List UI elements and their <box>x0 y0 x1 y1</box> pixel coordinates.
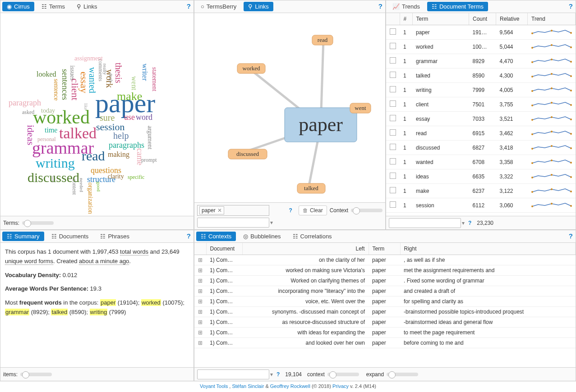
tab-bubblelines[interactable]: ◎Bubblelines <box>239 232 285 241</box>
table-row[interactable]: ⊞ 1) Com…Worked on clarifying themes ofp… <box>194 276 576 286</box>
table-row[interactable]: ⊞ 1) Com…incorporating more "literacy" i… <box>194 286 576 296</box>
cloud-word[interactable]: time <box>45 127 57 134</box>
table-row[interactable]: ⊞ 1) Com…as resource-discussed structure… <box>194 317 576 328</box>
cloud-word[interactable]: looked <box>37 71 56 78</box>
link-rockwell[interactable]: Geoffrey Rockwell <box>270 383 310 389</box>
cloud-word[interactable]: sure <box>100 113 115 122</box>
expand-icon[interactable]: ⊞ <box>194 276 206 286</box>
help-icon[interactable]: ? <box>187 2 191 10</box>
cloud-word[interactable]: statement <box>151 67 157 91</box>
table-row[interactable]: 1paper191…9,564 <box>386 25 576 40</box>
cloud-word[interactable]: asked <box>22 109 34 115</box>
cloud-word[interactable]: today <box>41 108 55 114</box>
freq-word[interactable]: worked <box>141 299 161 306</box>
tab-documents[interactable]: ☷Documents <box>47 232 93 241</box>
checkbox[interactable] <box>390 72 396 78</box>
table-row[interactable]: ⊞ 1) Com…and looked over her ownpaperbef… <box>194 338 576 348</box>
tab-links[interactable]: ⚲Links <box>72 2 101 11</box>
link-privacy[interactable]: Privacy <box>332 383 349 389</box>
checkbox[interactable] <box>390 115 396 121</box>
expand-icon[interactable]: ⊞ <box>194 286 206 296</box>
tab-termsberry[interactable]: ○TermsBerry <box>196 2 241 11</box>
cloud-word[interactable]: use <box>124 113 135 121</box>
tab-trends[interactable]: 📈Trends <box>388 2 424 11</box>
checkbox[interactable] <box>390 129 396 136</box>
table-row[interactable]: 1wanted67083,358 <box>386 155 576 169</box>
table-row[interactable]: 1talked85904,300 <box>386 68 576 83</box>
cloud-word[interactable]: issues <box>69 65 75 80</box>
link-sinclair[interactable]: Stéfan Sinclair <box>232 383 264 389</box>
cloud-word[interactable]: writer <box>141 64 148 81</box>
cloud-word[interactable]: talked <box>59 126 97 141</box>
tab-links[interactable]: ⚲Links <box>244 2 273 11</box>
cloud-word[interactable]: read <box>82 149 105 163</box>
context-slider[interactable] <box>351 209 382 212</box>
table-row[interactable]: 1read69153,462 <box>386 126 576 141</box>
help-icon[interactable]: ? <box>276 371 280 378</box>
table-row[interactable]: 1writing79994,005 <box>386 83 576 97</box>
expand-icon[interactable]: ⊞ <box>194 265 206 276</box>
cloud-word[interactable]: thesis <box>114 63 123 83</box>
cloud-word[interactable]: personal <box>37 137 56 142</box>
table-row[interactable]: ⊞ 1) Com…worked on making sure Victoria'… <box>194 265 576 276</box>
table-row[interactable]: 1grammar89294,470 <box>386 54 576 68</box>
cloud-word[interactable]: comments <box>98 59 103 81</box>
cloud-word[interactable]: content <box>72 179 77 195</box>
cloud-word[interactable]: word <box>136 113 152 121</box>
help-icon[interactable]: ? <box>378 2 382 10</box>
table-row[interactable]: 1essay70333,521 <box>386 112 576 126</box>
table-row[interactable]: 1make62373,122 <box>386 184 576 198</box>
word-cloud[interactable]: paperworkedgrammartalkedwritingdiscussed… <box>0 13 194 202</box>
cloud-word[interactable]: ideas <box>26 125 36 145</box>
table-row[interactable]: ⊞ 1) Com…on the clarity of herpaper, as … <box>194 255 576 265</box>
checkbox[interactable] <box>390 100 396 107</box>
cloud-word[interactable]: make <box>117 91 142 102</box>
table-row[interactable]: 1discussed68273,418 <box>386 141 576 155</box>
cloud-word[interactable]: sentences <box>61 69 69 100</box>
checkbox[interactable] <box>390 86 396 92</box>
help-icon[interactable]: ? <box>468 220 471 226</box>
tab-correlations[interactable]: ☷Correlations <box>288 232 336 241</box>
items-slider[interactable] <box>20 373 52 376</box>
cloud-word[interactable]: good <box>96 182 101 191</box>
expand-icon[interactable]: ⊞ <box>194 255 206 265</box>
checkbox[interactable] <box>390 187 396 193</box>
cloud-word[interactable]: went <box>130 76 138 90</box>
close-icon[interactable]: ✕ <box>217 207 222 214</box>
cloud-word[interactable]: prompt <box>141 157 157 163</box>
search-input[interactable] <box>197 218 269 228</box>
cloud-word[interactable]: writing <box>36 156 75 170</box>
cloud-word[interactable]: needed <box>79 178 84 192</box>
table-row[interactable]: ⊞ 1) Com…with ideas for expanding thepap… <box>194 328 576 338</box>
freq-word[interactable]: writing <box>90 309 108 315</box>
table-row[interactable]: 1ideas66353,322 <box>386 169 576 184</box>
chevron-down-icon[interactable]: ▾ <box>270 219 273 226</box>
cloud-word[interactable]: help <box>113 131 129 140</box>
table-row[interactable]: ⊞ 1) Com…voice, etc. Went over thepaperf… <box>194 296 576 307</box>
cloud-word[interactable]: wanted <box>88 67 97 93</box>
help-icon[interactable]: ? <box>569 2 573 10</box>
expand-icon[interactable]: ⊞ <box>194 338 206 348</box>
tab-contexts[interactable]: ☷Contexts <box>196 232 236 241</box>
table-row[interactable]: 1session61123,060 <box>386 198 576 213</box>
table-row[interactable]: 1thesis55572,782 <box>386 213 576 216</box>
cloud-word[interactable]: like <box>83 103 88 110</box>
freq-word[interactable]: talked <box>51 309 68 315</box>
cloud-word[interactable]: argument <box>147 126 153 150</box>
context-slider[interactable] <box>327 373 359 376</box>
cloud-word[interactable]: just <box>51 176 55 182</box>
chevron-down-icon[interactable]: ▾ <box>462 220 465 226</box>
search-input[interactable] <box>389 218 461 228</box>
table-row[interactable]: 1worked100…5,044 <box>386 40 576 54</box>
tab-summary[interactable]: ☷Summary <box>2 232 44 241</box>
cloud-word[interactable]: paragraph <box>9 99 41 107</box>
help-icon[interactable]: ? <box>289 207 292 214</box>
chevron-down-icon[interactable]: ▾ <box>270 371 273 378</box>
checkbox[interactable] <box>390 201 396 208</box>
links-graph[interactable]: paperreadworkedwentdiscussedtalked <box>194 13 385 202</box>
tab-terms[interactable]: ☷Terms <box>37 2 69 11</box>
checkbox[interactable] <box>390 28 396 35</box>
tab-phrases[interactable]: ☷Phrases <box>96 232 134 241</box>
cloud-word[interactable]: draft <box>108 73 113 82</box>
freq-word[interactable]: paper <box>100 299 116 306</box>
